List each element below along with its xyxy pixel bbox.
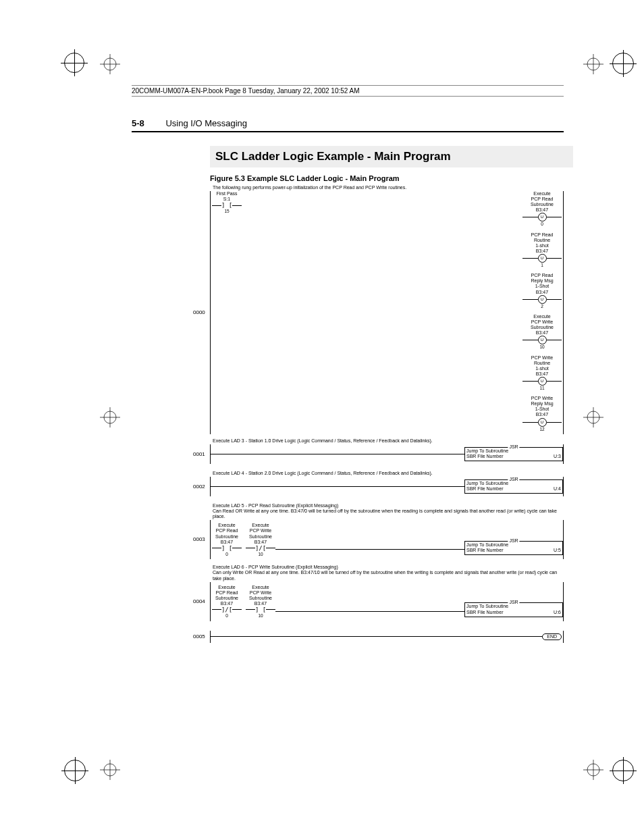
contact-instruction: ExecutePCP WriteSubroutineB3:47 ]/[ 10 [246,523,275,556]
contact-instruction: First Pass S:1 ] [ 15 [212,191,242,214]
ladder-rung: 0004 ExecutePCP ReadSubroutineB3:47 ]/[ … [210,582,564,621]
output-coil: PCP WriteRoutine1-shotB3:47 U 11 [522,355,562,391]
rung-number: 0000 [193,309,205,315]
instruction-mnemonic: JSR [508,600,519,605]
output-coil: ExecutePCP ReadSubroutineB3:47 U 0 [522,191,562,227]
output-coil: PCP ReadReply Msg1-ShotB3:47 U 2 [522,273,562,309]
instruction-mnemonic: JSR [508,538,519,544]
rung-description: Execute LAD 3 - Station 1.0 Drive Logic … [213,438,564,444]
crop-mark-icon [100,54,120,74]
crop-mark-icon [100,760,120,780]
instruction-mnemonic: JSR [508,477,519,482]
contact-instruction: ExecutePCP ReadSubroutineB3:47 ]/[ 0 [212,585,242,619]
crop-mark-icon [100,407,120,427]
jsr-instruction: JSR Jump To Subroutine SBR File NumberU:… [464,541,563,555]
ladder-rung: 0003 ExecutePCP ReadSubroutineB3:47 ] [ … [210,520,564,559]
instruction-mnemonic: JSR [508,444,519,450]
rung-number: 0001 [193,451,205,457]
registration-mark-icon [612,53,634,74]
rung-number: 0003 [193,537,205,543]
rung-description: Execute LAD 4 - Station 2.0 Drive Logic … [213,471,564,476]
registration-mark-icon [612,760,634,781]
contact-instruction: ExecutePCP WriteSubroutineB3:47 ] [ 10 [246,585,275,619]
section-title: SLC Ladder Logic Example - Main Program [210,146,573,167]
page-number: 5-8 [132,118,144,128]
registration-mark-icon [64,53,84,73]
chapter-title: Using I/O Messaging [165,118,247,128]
rung-number: 0002 [193,484,205,490]
crop-mark-icon [583,54,603,74]
crop-mark-icon [583,407,603,427]
rung-description: Execute LAD 5 - PCP Read Subroutine (Exp… [213,503,564,519]
jsr-instruction: JSR Jump To Subroutine SBR File NumberU:… [464,479,563,494]
ladder-rung: 0001 JSR Jump To Subroutine SBR File Num… [210,444,564,464]
rung-description: The following rung performs power-up ini… [213,185,564,190]
contact-label: First Pass [212,191,242,197]
print-header: 20COMM-UM007A-EN-P.book Page 8 Tuesday, … [132,85,564,97]
output-coil: PCP WriteReply Msg1-ShotB3:47 U 12 [522,396,562,432]
output-coil: PCP ReadRoutine1-shotB3:47 U 1 [522,232,562,268]
jsr-instruction: JSR Jump To Subroutine SBR File NumberU:… [464,447,563,461]
figure-caption: Figure 5.3 Example SLC Ladder Logic - Ma… [210,174,564,182]
rung-description: Execute LAD 6 - PCP Write Subroutine (Ex… [213,565,564,581]
end-instruction: END [542,633,562,640]
contact-instruction: ExecutePCP ReadSubroutineB3:47 ] [ 0 [212,523,242,556]
contact-address: S:1 [212,197,242,202]
ladder-rung: 0000 First Pass S:1 ] [ 15 ExecutePCP Re… [210,191,564,434]
ladder-diagram: The following rung performs power-up ini… [210,185,564,643]
ladder-rung: 0005 END [210,631,564,643]
output-branch: ExecutePCP ReadSubroutineB3:47 U 0 PCP R… [522,191,563,432]
output-coil: ExecutePCP WriteSubroutineB3:47 U 10 [522,314,562,350]
jsr-instruction: JSR Jump To Subroutine SBR File NumberU:… [464,602,563,617]
rung-number: 0004 [193,598,205,604]
ladder-rung: 0002 JSR Jump To Subroutine SBR File Num… [210,477,564,496]
registration-mark-icon [64,760,86,781]
page-header: 5-8 Using I/O Messaging [132,118,564,132]
crop-mark-icon [583,760,603,780]
rung-number: 0005 [193,633,205,640]
contact-bit: 15 [212,209,242,213]
